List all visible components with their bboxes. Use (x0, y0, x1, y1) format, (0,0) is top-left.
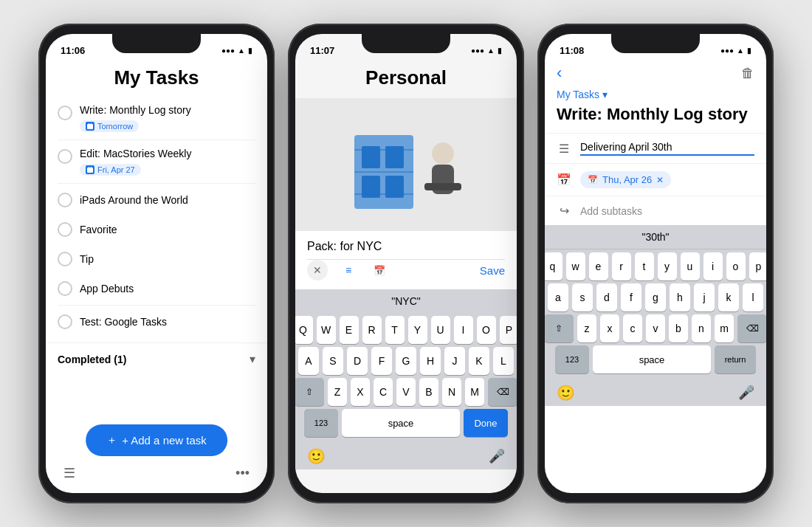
emoji-icon-3[interactable]: 🙂 (557, 384, 575, 402)
key-backspace-3[interactable]: ⌫ (737, 314, 766, 342)
task-item-5[interactable]: Tip (46, 244, 267, 274)
key-A[interactable]: A (298, 347, 319, 375)
key-O[interactable]: O (477, 316, 496, 344)
key-v[interactable]: v (646, 314, 665, 342)
task-circle-1[interactable] (58, 106, 72, 120)
key-shift-3[interactable]: ⇧ (545, 314, 574, 342)
notes-content[interactable]: Delivering April 30th (580, 141, 754, 156)
key-k[interactable]: k (718, 283, 739, 311)
completed-row[interactable]: Completed (1) ▾ (46, 342, 267, 375)
key-o[interactable]: o (726, 252, 746, 280)
key-Z[interactable]: Z (328, 378, 347, 406)
task-circle-6[interactable] (58, 281, 72, 296)
task-item-2[interactable]: Edit: MacStories Weekly Fri, Apr 27 (46, 142, 267, 182)
key-q[interactable]: q (545, 252, 562, 280)
key-h[interactable]: h (670, 283, 690, 311)
key-shift[interactable]: ⇧ (295, 378, 324, 406)
key-s[interactable]: s (572, 283, 593, 311)
project-label[interactable]: My Tasks ▾ (545, 89, 766, 105)
key-y[interactable]: y (658, 252, 677, 280)
key-c[interactable]: c (623, 314, 642, 342)
pack-input[interactable]: Pack: for NYC (307, 240, 505, 260)
save-button[interactable]: Save (480, 264, 505, 277)
key-return[interactable]: return (715, 345, 756, 373)
key-N[interactable]: N (442, 378, 461, 406)
date-row[interactable]: 📅 📅 Thu, Apr 26 ✕ (545, 163, 766, 196)
date-chip-clear-icon[interactable]: ✕ (656, 175, 664, 185)
key-P[interactable]: P (500, 316, 517, 344)
key-n[interactable]: n (692, 314, 711, 342)
key-u[interactable]: u (681, 252, 700, 280)
microphone-icon[interactable]: 🎤 (489, 448, 505, 464)
key-e[interactable]: e (589, 252, 608, 280)
key-b[interactable]: b (669, 314, 688, 342)
menu-icon[interactable]: ☰ (63, 465, 75, 481)
key-t[interactable]: t (635, 252, 654, 280)
key-B[interactable]: B (419, 378, 438, 406)
key-M[interactable]: M (465, 378, 484, 406)
key-X[interactable]: X (351, 378, 370, 406)
task-detail-title[interactable]: Write: Monthly Log story (545, 105, 766, 133)
delete-button[interactable]: 🗑 (741, 66, 754, 81)
key-G[interactable]: G (396, 347, 416, 375)
key-I[interactable]: I (454, 316, 473, 344)
calendar-action-icon[interactable]: 📅 (369, 260, 390, 280)
key-r[interactable]: r (612, 252, 631, 280)
key-S[interactable]: S (323, 347, 343, 375)
back-button[interactable]: ‹ (557, 63, 562, 83)
key-x[interactable]: x (600, 314, 619, 342)
key-space-3[interactable]: space (593, 345, 711, 373)
key-a[interactable]: a (548, 283, 568, 311)
task-item-1[interactable]: Write: Monthly Log story Tomorrow (46, 98, 267, 138)
notes-row[interactable]: ☰ Delivering April 30th (545, 133, 766, 163)
task-circle-5[interactable] (58, 252, 72, 266)
key-space[interactable]: space (342, 409, 460, 437)
task-item-7[interactable]: Test: Google Tasks (46, 307, 267, 337)
key-m[interactable]: m (715, 314, 734, 342)
key-R[interactable]: R (362, 316, 382, 344)
key-123[interactable]: 123 (304, 409, 338, 437)
key-z[interactable]: z (577, 314, 596, 342)
key-K[interactable]: K (469, 347, 489, 375)
key-F[interactable]: F (371, 347, 392, 375)
key-w[interactable]: w (566, 252, 585, 280)
key-d[interactable]: d (596, 283, 617, 311)
key-backspace[interactable]: ⌫ (488, 378, 517, 406)
key-j[interactable]: j (694, 283, 715, 311)
more-icon[interactable]: ••• (235, 466, 250, 481)
key-f[interactable]: f (621, 283, 641, 311)
key-T[interactable]: T (385, 316, 405, 344)
key-E[interactable]: E (340, 316, 359, 344)
key-H[interactable]: H (420, 347, 441, 375)
date-chip[interactable]: 📅 Thu, Apr 26 ✕ (580, 171, 671, 188)
cancel-action-icon[interactable]: ✕ (307, 260, 328, 280)
key-i[interactable]: i (703, 252, 723, 280)
microphone-icon-3[interactable]: 🎤 (738, 385, 754, 401)
subtasks-label[interactable]: Add subtasks (580, 205, 754, 217)
task-item-3[interactable]: iPads Around the World (46, 185, 267, 215)
task-circle-7[interactable] (58, 314, 72, 329)
task-circle-3[interactable] (58, 193, 72, 207)
emoji-icon[interactable]: 🙂 (307, 447, 326, 465)
key-D[interactable]: D (347, 347, 368, 375)
task-circle-2[interactable] (58, 149, 72, 164)
key-V[interactable]: V (396, 378, 416, 406)
key-Y[interactable]: Y (408, 316, 427, 344)
task-item-4[interactable]: Favorite (46, 215, 267, 244)
key-U[interactable]: U (431, 316, 450, 344)
task-circle-4[interactable] (58, 222, 72, 237)
key-done[interactable]: Done (464, 409, 508, 437)
key-g[interactable]: g (645, 283, 666, 311)
key-W[interactable]: W (317, 316, 336, 344)
key-p[interactable]: p (749, 252, 767, 280)
subtasks-row[interactable]: ↪ Add subtasks (545, 196, 766, 225)
add-task-button[interactable]: ＋ + Add a new task (86, 424, 227, 456)
task-item-6[interactable]: App Debuts (46, 274, 267, 303)
key-J[interactable]: J (444, 347, 465, 375)
key-Q[interactable]: Q (295, 316, 313, 344)
key-C[interactable]: C (374, 378, 393, 406)
key-L[interactable]: L (493, 347, 514, 375)
key-l[interactable]: l (743, 283, 763, 311)
list-action-icon[interactable]: ≡ (338, 260, 359, 280)
key-123-3[interactable]: 123 (555, 345, 589, 373)
